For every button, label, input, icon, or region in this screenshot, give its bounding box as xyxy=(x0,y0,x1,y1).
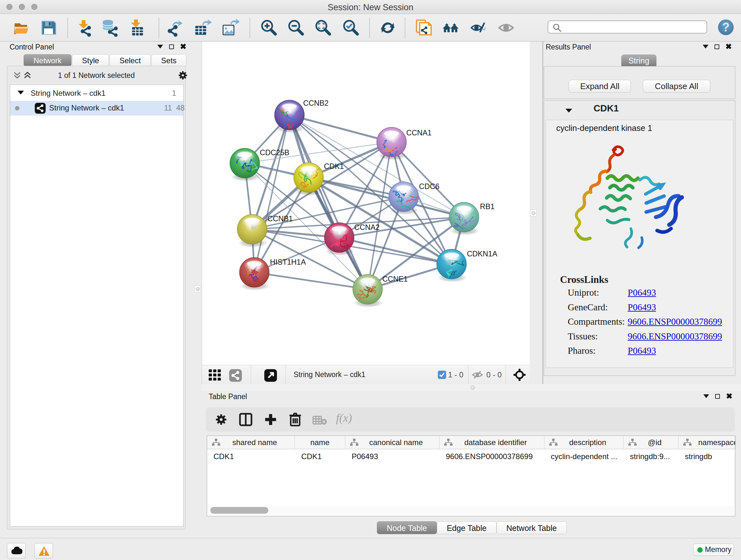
column-header-description[interactable]: description xyxy=(544,436,623,449)
node-CCNB1[interactable] xyxy=(238,214,267,247)
crosslink-link[interactable]: 9606.ENSP00000378699 xyxy=(628,316,722,327)
cloud-button[interactable] xyxy=(7,543,25,558)
node-CCNB2[interactable] xyxy=(275,100,305,133)
tab-network[interactable]: Network xyxy=(23,54,71,66)
control-panel-menu-icon[interactable] xyxy=(157,45,163,49)
network-collection-row[interactable]: String Network – cdk1 1 xyxy=(10,87,183,101)
table-cell-shared-name[interactable]: CDK1 xyxy=(213,452,234,461)
horizontal-splitter[interactable] xyxy=(202,384,741,391)
new-network-from-selection-icon[interactable] xyxy=(414,19,432,37)
select-first-neighbors-icon[interactable] xyxy=(442,19,460,37)
node-CCNA1[interactable] xyxy=(377,127,407,160)
import-network-from-database-icon[interactable] xyxy=(101,19,119,37)
collection-expander-icon[interactable] xyxy=(17,90,24,95)
node-CDKN1A[interactable] xyxy=(437,249,467,282)
right-splitter-handle[interactable] xyxy=(530,209,536,216)
node-RB1[interactable] xyxy=(448,202,479,235)
export-network-icon[interactable] xyxy=(166,19,185,37)
import-table-from-file-icon[interactable] xyxy=(127,19,145,37)
table-panel-menu-icon[interactable] xyxy=(703,394,709,398)
current-network-dot-icon xyxy=(15,106,20,111)
horizontal-splitter-handle[interactable] xyxy=(470,385,475,390)
crosslink-link[interactable]: P06493 xyxy=(628,287,656,298)
column-header-label: description xyxy=(548,438,623,447)
add-column-icon[interactable] xyxy=(264,413,277,426)
help-button[interactable]: ? xyxy=(718,19,734,35)
table-panel-float-icon[interactable] xyxy=(715,394,720,399)
network-options-gear-icon[interactable] xyxy=(178,70,188,80)
open-in-window-icon[interactable] xyxy=(264,369,277,382)
node-CCNE1[interactable] xyxy=(353,274,383,307)
hide-selection-icon[interactable] xyxy=(469,19,487,37)
control-panel-float-icon[interactable] xyxy=(169,44,174,49)
table-cell-database-identifier[interactable]: 9606.ENSP00000378699 xyxy=(446,452,533,461)
column-header-shared-name[interactable]: shared name xyxy=(207,436,295,449)
table-cell-name[interactable]: CDK1 xyxy=(301,452,322,461)
save-session-icon[interactable] xyxy=(40,19,57,37)
crosslink-link[interactable]: P06493 xyxy=(628,302,656,313)
table-scrollbar-thumb[interactable] xyxy=(210,507,268,514)
node-CDC25B[interactable] xyxy=(230,148,260,181)
table-settings-gear-icon[interactable] xyxy=(215,413,227,426)
zoom-fit-icon[interactable] xyxy=(314,19,332,37)
zoom-out-icon[interactable] xyxy=(286,19,305,37)
delete-table-icon[interactable] xyxy=(313,415,327,425)
fit-content-crosshair-icon[interactable] xyxy=(514,369,526,381)
column-header-name[interactable]: name xyxy=(295,436,345,449)
table-row[interactable]: CDK1CDK1P064939606.ENSP00000378699cyclin… xyxy=(207,449,735,462)
tab-style[interactable]: Style xyxy=(72,54,109,66)
open-session-icon[interactable] xyxy=(13,19,30,37)
network-row-selected[interactable]: String Network – cdk1 11 48 xyxy=(10,101,183,116)
table-cell-description[interactable]: cyclin-dependent ... xyxy=(551,452,617,461)
results-panel-close-icon[interactable]: ✖ xyxy=(725,44,732,49)
table-cell-canonical-name[interactable]: P06493 xyxy=(352,452,378,461)
selected-count: 1 - 0 xyxy=(448,370,463,379)
memory-button[interactable]: Memory xyxy=(693,544,734,556)
zoom-selected-icon[interactable] xyxy=(341,19,359,37)
tab-select[interactable]: Select xyxy=(110,54,151,66)
string-network-graph[interactable]: CCNB2CCNA1CDC25BCDK1CDC6RB1CCNB1CCNA2CDK… xyxy=(202,42,530,365)
table-cell-namespace[interactable]: stringdb xyxy=(685,452,712,461)
node-CCNA2[interactable] xyxy=(325,223,354,256)
tab-sets[interactable]: Sets xyxy=(151,54,186,66)
export-table-icon[interactable] xyxy=(194,19,212,37)
gene-section-expander-icon[interactable] xyxy=(565,108,572,113)
node-CDK1[interactable] xyxy=(294,163,324,196)
import-network-from-file-icon[interactable] xyxy=(75,19,92,37)
node-table-header: shared namenamecanonical namedatabase id… xyxy=(207,436,735,449)
birds-eye-view-icon[interactable] xyxy=(208,369,223,381)
crosslink-link[interactable]: 9606.ENSP00000378699 xyxy=(628,331,722,341)
column-header-canonical-name[interactable]: canonical name xyxy=(345,436,440,449)
crosslink-link[interactable]: P06493 xyxy=(628,346,656,356)
gene-description: cyclin-dependent kinase 1 xyxy=(556,123,652,133)
node-HIST1H1A[interactable] xyxy=(240,258,270,291)
results-panel-menu-icon[interactable] xyxy=(703,45,709,49)
zoom-in-icon[interactable] xyxy=(259,19,277,37)
tab-node-table[interactable]: Node Table xyxy=(377,521,437,534)
collapse-all-button[interactable]: Collapse All xyxy=(643,80,711,92)
network-canvas[interactable]: CCNB2CCNA1CDC25BCDK1CDC6RB1CCNB1CCNA2CDK… xyxy=(202,42,530,365)
application-window: Session: New Session xyxy=(0,0,741,560)
split-table-icon[interactable] xyxy=(239,413,253,426)
table-panel-close-icon[interactable]: ✖ xyxy=(726,394,732,399)
tab-network-table[interactable]: Network Table xyxy=(496,521,567,534)
delete-column-icon[interactable] xyxy=(288,412,302,427)
network-share-badge-icon[interactable] xyxy=(229,369,242,382)
apply-preferred-layout-icon[interactable] xyxy=(379,19,397,37)
expand-all-button[interactable]: Expand All xyxy=(569,80,631,92)
show-all-icon[interactable] xyxy=(497,19,515,37)
column-header-database-identifier[interactable]: database identifier xyxy=(440,436,544,449)
column-header-namespace[interactable]: namespace xyxy=(678,436,736,449)
node-CDC6[interactable] xyxy=(389,182,419,215)
warnings-button[interactable] xyxy=(35,543,53,558)
left-splitter-handle[interactable] xyxy=(194,286,201,293)
tab-string[interactable]: String xyxy=(621,55,657,66)
table-cell-@id[interactable]: stringdb:9... xyxy=(630,452,670,461)
tab-edge-table[interactable]: Edge Table xyxy=(437,521,496,534)
search-input[interactable] xyxy=(563,22,703,32)
column-header-@id[interactable]: @id xyxy=(623,436,678,449)
export-image-icon[interactable] xyxy=(221,19,239,37)
results-panel-float-icon[interactable] xyxy=(715,44,719,49)
control-panel-close-icon[interactable]: ✖ xyxy=(180,44,186,49)
function-builder-icon[interactable]: f(x) xyxy=(336,411,352,425)
